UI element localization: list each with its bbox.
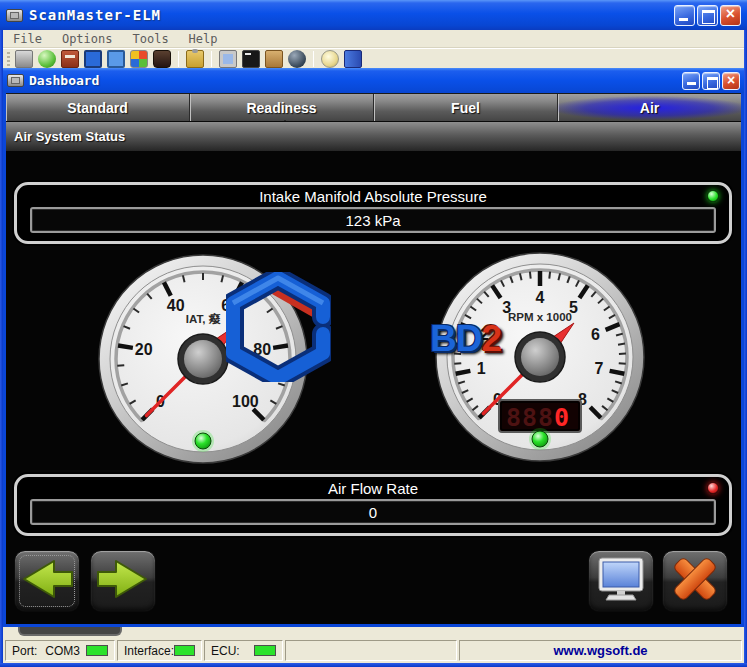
- svg-text:40: 40: [167, 297, 185, 314]
- windows-logo-icon[interactable]: [130, 50, 148, 68]
- menu-tools[interactable]: Tools: [122, 32, 178, 46]
- dashboard-body: Intake Manifold Absolute Pressure 123 kP…: [6, 151, 741, 624]
- airflow-value-box: 0: [30, 499, 716, 525]
- imap-value-box: 123 kPa: [30, 207, 716, 233]
- bulb-icon[interactable]: [321, 50, 339, 68]
- scanmaster-app: { "window": { "title": "ScanMaster-ELM",…: [0, 0, 747, 667]
- gauge-unit-label: IAT, 癈: [186, 312, 221, 325]
- exit-dashboard-button[interactable]: [662, 550, 728, 612]
- obd2-text-logo: BD2: [430, 318, 550, 364]
- dashboard-window: Dashboard StandardReadinessFuelAir Air S…: [3, 68, 744, 627]
- svg-text:4: 4: [536, 289, 545, 306]
- status-led-icon: [174, 645, 195, 656]
- svg-text:6: 6: [591, 326, 600, 343]
- toolbar-separator: [178, 51, 179, 67]
- main-minimize-button[interactable]: [674, 5, 695, 26]
- menu-options[interactable]: Options: [52, 32, 123, 46]
- chip-icon[interactable]: [15, 50, 33, 68]
- status-label: Port:: [12, 644, 37, 658]
- close-x-icon: [669, 556, 721, 606]
- obd2-logo-bd: BD: [430, 318, 481, 359]
- status-segment-empty: [285, 640, 457, 661]
- status-segment-port: Port:COM3: [5, 640, 115, 661]
- tab-bar: StandardReadinessFuelAir: [6, 93, 741, 121]
- prev-page-button[interactable]: [14, 550, 80, 612]
- tab-air[interactable]: Air: [558, 94, 741, 121]
- imap-panel-title: Intake Manifold Absolute Pressure: [17, 188, 729, 205]
- globe-green-icon[interactable]: [38, 50, 56, 68]
- tab-readiness[interactable]: Readiness: [190, 94, 374, 121]
- main-maximize-button[interactable]: [697, 5, 718, 26]
- monitor-view-button[interactable]: [588, 550, 654, 612]
- toolbar-separator: [313, 51, 314, 67]
- toolbar: [3, 48, 744, 68]
- tab-label: Standard: [67, 100, 128, 116]
- status-segment-interface: Interface:: [117, 640, 202, 661]
- dashboard-title: Dashboard: [29, 73, 99, 88]
- tab-fuel[interactable]: Fuel: [374, 94, 558, 121]
- tab-label: Fuel: [451, 100, 480, 116]
- status-label: Interface:: [124, 644, 174, 658]
- tab-standard[interactable]: Standard: [6, 94, 190, 121]
- notebook-red-icon[interactable]: [61, 50, 79, 68]
- toolbar-separator: [211, 51, 212, 67]
- right-arrow-icon: [94, 556, 152, 606]
- svg-text:888: 888: [506, 403, 554, 432]
- status-bar: Port:COM3Interface:ECU:www.wgsoft.de: [3, 638, 744, 663]
- tab-label: Readiness: [246, 100, 316, 116]
- menu-bar: FileOptionsToolsHelp: [3, 30, 744, 48]
- main-window-title: ScanMaster-ELM: [29, 7, 161, 23]
- ink-bottle-icon[interactable]: [153, 50, 171, 68]
- status-segment-website: www.wgsoft.de: [459, 640, 742, 661]
- status-label: ECU:: [211, 644, 240, 658]
- display-teal-icon[interactable]: [107, 50, 125, 68]
- imap-value: 123 kPa: [345, 212, 400, 229]
- status-led-icon: [254, 645, 276, 656]
- status-led-icon: [86, 645, 108, 656]
- status-value: COM3: [45, 644, 80, 658]
- obd2-logo-two: 2: [481, 318, 501, 359]
- pre-status-strip: [3, 627, 744, 638]
- dashboard-close-button[interactable]: [722, 72, 740, 90]
- airflow-value: 0: [369, 504, 377, 521]
- display-blue-icon[interactable]: [84, 50, 102, 68]
- airflow-panel: Air Flow Rate 0: [14, 474, 732, 536]
- svg-text:7: 7: [594, 360, 603, 377]
- gauge-digital-display: 8880: [499, 400, 581, 432]
- status-segment-ecu: ECU:: [204, 640, 283, 661]
- gauge-led-icon: [192, 430, 214, 452]
- dashboard-maximize-button[interactable]: [702, 72, 720, 90]
- imap-panel: Intake Manifold Absolute Pressure 123 kP…: [14, 182, 732, 244]
- dashboard-minimize-button[interactable]: [682, 72, 700, 90]
- airflow-panel-title: Air Flow Rate: [17, 480, 729, 497]
- section-header: Air System Status: [6, 121, 741, 151]
- obd2-hexagon-logo-icon: [226, 272, 331, 382]
- menu-help[interactable]: Help: [179, 32, 228, 46]
- terminal-black-icon[interactable]: [242, 50, 260, 68]
- dashboard-titlebar: Dashboard: [3, 68, 744, 93]
- left-arrow-icon: [18, 556, 76, 606]
- clipboard-icon[interactable]: [186, 50, 204, 68]
- window-border-bottom: [0, 663, 747, 667]
- tab-label: Air: [640, 100, 659, 116]
- main-close-button[interactable]: [720, 5, 741, 26]
- next-page-button[interactable]: [90, 550, 156, 612]
- section-title: Air System Status: [14, 129, 125, 144]
- gauge-led-icon: [529, 428, 551, 450]
- book-blue-icon[interactable]: [344, 50, 362, 68]
- dashboard-chip-icon: [7, 74, 24, 87]
- menu-file[interactable]: File: [3, 32, 52, 46]
- imap-status-led-icon: [707, 190, 719, 202]
- airflow-status-led-icon: [707, 482, 719, 494]
- toolbar-grip-icon: [7, 52, 10, 66]
- app-chip-icon: [6, 9, 23, 22]
- globe-dark-icon[interactable]: [288, 50, 306, 68]
- monitor-icon: [595, 556, 647, 606]
- package-brown-icon[interactable]: [265, 50, 283, 68]
- monitor-gray-icon[interactable]: [219, 50, 237, 68]
- svg-text:100: 100: [232, 393, 259, 410]
- main-titlebar: ScanMaster-ELM: [0, 0, 747, 30]
- website-link[interactable]: www.wgsoft.de: [553, 643, 647, 658]
- svg-text:20: 20: [135, 341, 153, 358]
- svg-text:0: 0: [554, 403, 570, 432]
